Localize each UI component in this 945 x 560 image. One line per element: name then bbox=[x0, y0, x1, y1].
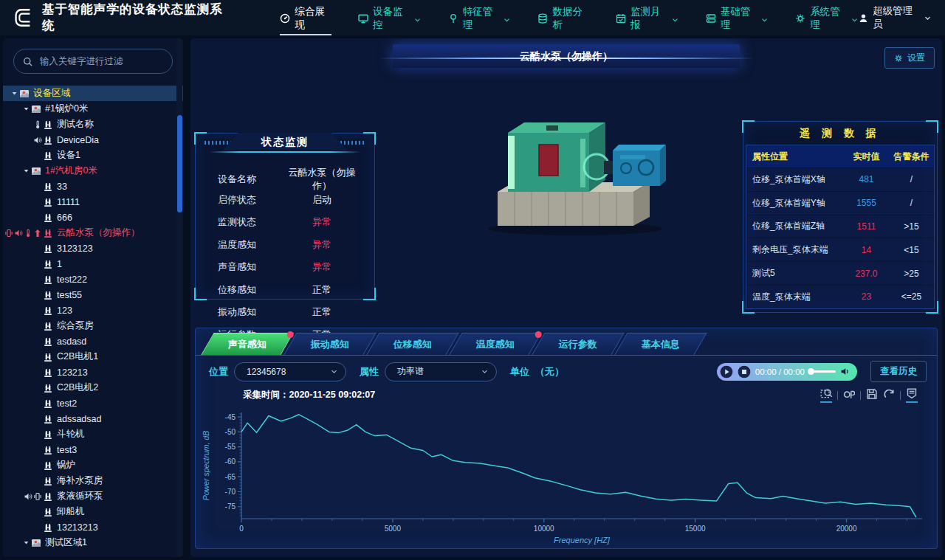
tree-item[interactable]: 666 bbox=[3, 210, 183, 225]
tree-item[interactable]: C2B电机2 bbox=[3, 380, 183, 395]
sidebar-scrollbar-thumb[interactable] bbox=[177, 115, 182, 212]
nav-item-feature[interactable]: 特征管理 bbox=[448, 0, 512, 35]
data-zoom-icon[interactable] bbox=[820, 387, 832, 403]
tree-item-label: test55 bbox=[57, 290, 82, 300]
device-3d-model[interactable] bbox=[475, 106, 667, 242]
tree-item[interactable]: C2B电机1 bbox=[3, 349, 183, 364]
tree-item[interactable]: 浆液循环泵 bbox=[3, 488, 183, 504]
tree-item-label: 测试区域1 bbox=[45, 536, 87, 549]
tree-item[interactable]: 123213 bbox=[3, 364, 183, 380]
unit-label: 单位 bbox=[510, 365, 529, 378]
nav-item-cogs[interactable]: 系统管理 bbox=[795, 0, 859, 35]
tree-item[interactable]: 11111 bbox=[3, 194, 183, 210]
tree-item[interactable]: 1#汽机房0米 bbox=[3, 163, 183, 179]
device-icon bbox=[43, 352, 53, 362]
tree-item[interactable]: 3123123 bbox=[3, 241, 183, 256]
monitor-icon bbox=[358, 13, 368, 24]
tree-item[interactable]: DeviceDia bbox=[3, 132, 183, 148]
feature-icon bbox=[448, 13, 458, 24]
tree-item-label: 测试名称 bbox=[57, 118, 94, 131]
tree-item[interactable]: 锅炉 bbox=[3, 457, 183, 473]
volume-slider[interactable] bbox=[809, 370, 836, 373]
tree-item[interactable]: test55 bbox=[3, 287, 183, 303]
tab-声音感知[interactable]: 声音感知 bbox=[201, 333, 293, 355]
volume-knob[interactable] bbox=[808, 368, 814, 375]
tree-item[interactable]: asdasd bbox=[3, 333, 183, 349]
status-row: 监测状态异常 bbox=[218, 211, 361, 234]
tree-item[interactable]: test2 bbox=[3, 395, 183, 411]
nav-item-database[interactable]: 数据分析 bbox=[537, 0, 589, 35]
tree-item[interactable]: test222 bbox=[3, 272, 183, 287]
tree-search-box[interactable] bbox=[13, 49, 173, 74]
nav-item-server[interactable]: 基础管理 bbox=[706, 0, 769, 35]
tree-item[interactable]: 云酷水泵（勿操作） bbox=[3, 225, 183, 241]
tree-item-label: test2 bbox=[57, 398, 77, 409]
zoom-reset-icon[interactable] bbox=[843, 388, 855, 402]
position-select[interactable]: 12345678 bbox=[234, 362, 346, 381]
caret-down-icon[interactable] bbox=[21, 106, 31, 112]
tree-item[interactable]: #1锅炉0米 bbox=[3, 101, 183, 117]
tree-item[interactable]: 33 bbox=[3, 179, 183, 194]
nav-item-calendar[interactable]: 监测月报 bbox=[616, 0, 679, 35]
caret-down-icon[interactable] bbox=[9, 90, 19, 97]
telemetry-row: 位移_泵体首端Z轴1511>15 bbox=[746, 215, 934, 238]
tree-item[interactable]: 123 bbox=[3, 303, 183, 318]
tab-基本信息[interactable]: 基本信息 bbox=[614, 333, 707, 355]
cogs-icon bbox=[795, 13, 805, 24]
status-label: 位移感知 bbox=[218, 283, 283, 297]
telemetry-body: 位移_泵体首端X轴481/位移_泵体首端Y轴1555/位移_泵体首端Z轴1511… bbox=[746, 167, 934, 308]
chart-controls: 位置 12345678 属性 功率谱 单位 （无） 00:00 / 00:00 bbox=[196, 356, 937, 386]
settings-button[interactable]: 设置 bbox=[884, 47, 935, 69]
refresh-icon[interactable] bbox=[883, 388, 895, 402]
tree-item[interactable]: adssadsad bbox=[3, 411, 183, 426]
tab-运行参数[interactable]: 运行参数 bbox=[532, 333, 624, 355]
panel-corner bbox=[742, 120, 755, 133]
caret-down-icon[interactable] bbox=[21, 167, 31, 174]
view-history-button[interactable]: 查看历史 bbox=[870, 361, 927, 382]
tree-item[interactable]: 设备1 bbox=[3, 148, 183, 163]
attribute-select[interactable]: 功率谱 bbox=[385, 362, 497, 381]
tab-温度感知[interactable]: 温度感知 bbox=[449, 333, 541, 355]
map-icon bbox=[19, 89, 30, 99]
tree-item[interactable]: 海补水泵房 bbox=[3, 473, 183, 488]
data-view-icon[interactable] bbox=[906, 387, 918, 403]
device-icon bbox=[43, 398, 53, 409]
caret-down-icon[interactable] bbox=[21, 539, 31, 546]
nav-item-dashboard[interactable]: 综合展现 bbox=[280, 0, 331, 35]
tree-item-label: DeviceDia bbox=[57, 135, 99, 145]
tree-item[interactable]: 测试名称 bbox=[3, 117, 183, 132]
tree-item[interactable]: 卸船机 bbox=[3, 504, 183, 519]
nav-item-monitor[interactable]: 设备监控 bbox=[358, 0, 422, 35]
tab-label: 声音感知 bbox=[208, 333, 286, 355]
status-value: 异常 bbox=[283, 215, 361, 229]
user-menu[interactable]: 超级管理员 bbox=[859, 4, 932, 31]
svg-text:10000: 10000 bbox=[534, 525, 554, 533]
svg-text:-65: -65 bbox=[225, 473, 236, 481]
play-button[interactable] bbox=[720, 365, 733, 378]
device-icon bbox=[43, 321, 53, 331]
tab-位移感知[interactable]: 位移感知 bbox=[366, 333, 458, 355]
tree-item-label: 123213 bbox=[57, 367, 88, 378]
tree-search-input[interactable] bbox=[38, 55, 163, 67]
device-icon bbox=[43, 429, 53, 440]
svg-text:-70: -70 bbox=[225, 488, 236, 496]
tree-item[interactable]: 13213213 bbox=[3, 519, 183, 535]
svg-text:Frequency [HZ]: Frequency [HZ] bbox=[554, 536, 611, 545]
tree-item[interactable]: 综合泵房 bbox=[3, 318, 183, 333]
tree-item[interactable]: 设备区域 bbox=[3, 86, 183, 101]
telemetry-attr: 位移_泵体首端X轴 bbox=[746, 173, 844, 186]
tree-item[interactable]: 斗轮机 bbox=[3, 426, 183, 442]
app-title: 基于智能声学的设备状态监测系统 bbox=[42, 1, 227, 34]
tree-item[interactable]: test3 bbox=[3, 442, 183, 457]
save-image-icon[interactable] bbox=[866, 388, 878, 402]
tree-item-label: 11111 bbox=[57, 197, 80, 207]
tree-item[interactable]: 1 bbox=[3, 256, 183, 272]
panel-corner bbox=[194, 288, 207, 300]
map-icon bbox=[31, 538, 41, 548]
status-label: 振动感知 bbox=[218, 305, 283, 319]
tree-item-label: 设备区域 bbox=[33, 87, 70, 100]
panel-corner bbox=[926, 120, 938, 133]
tree-item[interactable]: 测试区域1 bbox=[3, 535, 183, 550]
stop-button[interactable] bbox=[738, 365, 751, 378]
tab-振动感知[interactable]: 振动感知 bbox=[284, 333, 376, 355]
